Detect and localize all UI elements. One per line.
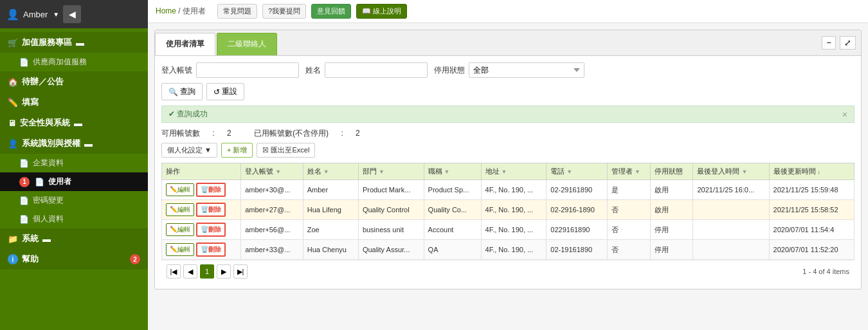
col-name: 姓名 ▼ xyxy=(303,163,358,180)
online-help-button[interactable]: 📖 線上說明 xyxy=(356,4,407,19)
sort-name-icon[interactable]: ▼ xyxy=(323,169,329,175)
folder-icon: 📁 xyxy=(8,234,18,244)
cell-is_manager: 否 xyxy=(607,240,650,260)
col-last-update-label: 最後更新時間 xyxy=(773,167,816,176)
tab-secondary-contact[interactable]: 二級聯絡人 xyxy=(217,33,277,55)
search-form: 登入帳號 姓名 停用狀態 全部 啟用 停用 xyxy=(161,62,854,78)
tab-secondary-contact-label: 二級聯絡人 xyxy=(228,39,266,48)
doc-icon-3: 📄 xyxy=(35,178,44,187)
sidebar-item-system[interactable]: 📁 系統 ▬ xyxy=(0,228,148,249)
delete-button[interactable]: 🗑️刪除 xyxy=(196,203,226,217)
sidebar-inquiry-label: 填寫 xyxy=(22,96,39,108)
col-phone: 電話 ▼ xyxy=(547,163,608,180)
sidebar-system-label: 系統 xyxy=(22,233,39,244)
export-label: 匯出至Excel xyxy=(271,145,309,155)
data-table: 操作 登入帳號 ▼ 姓名 xyxy=(161,163,854,260)
edit-button[interactable]: ✏️編輯 xyxy=(166,243,194,256)
sort-last-update-icon[interactable]: ↓ xyxy=(818,169,821,175)
sidebar-item-personal-info[interactable]: 📄 個人資料 xyxy=(0,210,148,228)
sort-dept-icon[interactable]: ▼ xyxy=(379,169,384,175)
cell-last_update: 2021/11/25 15:59:48 xyxy=(769,180,854,200)
last-page-button[interactable]: ▶| xyxy=(233,264,248,279)
col-status: 停用狀態 xyxy=(651,163,693,180)
used-label: 已用帳號數(不含停用) xyxy=(254,129,329,138)
faq-button[interactable]: 常見問題 xyxy=(217,4,257,19)
sort-address-icon[interactable]: ▼ xyxy=(502,169,507,175)
breadcrumb-home[interactable]: Home xyxy=(156,6,176,15)
status-select[interactable]: 全部 啟用 停用 xyxy=(469,62,584,78)
online-help-icon: 📖 xyxy=(362,7,371,15)
cell-title: Product Sp... xyxy=(424,180,481,200)
edit-button[interactable]: ✏️編輯 xyxy=(166,223,194,236)
cell-full_name: Amber xyxy=(303,180,358,200)
next-page-button[interactable]: ▶ xyxy=(217,264,231,279)
sidebar-item-supplier-services[interactable]: 📄 供應商加值服務 xyxy=(0,53,148,71)
cell-department: Quality Control xyxy=(358,200,424,220)
ask-label: ?我要提問 xyxy=(268,7,300,15)
cell-last_login: 2021/11/25 16:0... xyxy=(693,180,769,200)
cell-login_account: amber+33@... xyxy=(241,240,303,260)
sidebar-pending-label: 待辦／公告 xyxy=(22,76,64,87)
sidebar-header: 👤 Amber ▼ ◀ xyxy=(0,0,148,28)
first-page-button[interactable]: |◀ xyxy=(167,264,181,279)
feedback-button[interactable]: 意見回饋 xyxy=(311,4,351,19)
fullname-input[interactable] xyxy=(325,62,428,78)
sidebar-item-inquiry[interactable]: ✏️ 填寫 xyxy=(0,92,148,113)
edit-button[interactable]: ✏️編輯 xyxy=(166,203,194,216)
sidebar-item-help[interactable]: i 幫助 2 xyxy=(0,249,148,270)
col-phone-label: 電話 xyxy=(550,167,565,176)
table-container: 操作 登入帳號 ▼ 姓名 xyxy=(161,163,854,260)
minimize-button[interactable]: − xyxy=(822,36,836,50)
sidebar-item-password-change[interactable]: 📄 密碼變更 xyxy=(0,191,148,210)
action-cell: ✏️編輯🗑️刪除 xyxy=(162,200,241,220)
sidebar-user-dropdown-icon[interactable]: ▼ xyxy=(53,11,59,18)
fullname-group: 姓名 xyxy=(305,62,428,78)
tab-user-list[interactable]: 使用者清單 xyxy=(155,33,215,55)
sort-last-login-icon[interactable]: ▼ xyxy=(741,169,747,175)
col-last-update: 最後更新時間 ↓ xyxy=(769,163,854,180)
col-last-login-label: 最後登入時間 xyxy=(697,167,739,176)
sidebar-item-system-id[interactable]: 👤 系統識別與授權 ▬ xyxy=(0,133,148,154)
collapse-icon-3: ▬ xyxy=(84,139,93,149)
cell-department: business unit xyxy=(358,220,424,240)
sidebar-item-company-info[interactable]: 📄 企業資料 xyxy=(0,154,148,172)
close-success-button[interactable]: × xyxy=(842,109,847,120)
cell-last_login xyxy=(693,240,769,260)
help-badge: 2 xyxy=(130,254,140,264)
search-btn-label: 查詢 xyxy=(180,86,195,97)
sidebar-system-id-label: 系統識別與授權 xyxy=(22,138,80,149)
sort-login-icon[interactable]: ▼ xyxy=(275,169,281,175)
delete-button[interactable]: 🗑️刪除 xyxy=(196,183,226,197)
main-content: Home / 使用者 常見問題 ?我要提問 意見回饋 📖 線上說明 使用者清單 xyxy=(148,0,868,330)
settings-button[interactable]: 個人化設定 ▼ xyxy=(161,143,217,158)
reset-button[interactable]: ↺ 重設 xyxy=(206,83,244,100)
sidebar-back-button[interactable]: ◀ xyxy=(63,5,81,23)
cell-last_login xyxy=(693,220,769,240)
sidebar-item-pending[interactable]: 🏠 待辦／公告 xyxy=(0,71,148,92)
sort-title-icon[interactable]: ▼ xyxy=(444,169,450,175)
search-button[interactable]: 🔍 查詢 xyxy=(161,83,203,100)
ask-button[interactable]: ?我要提問 xyxy=(262,4,306,19)
sort-phone-icon[interactable]: ▼ xyxy=(566,169,572,175)
add-button[interactable]: + 新增 xyxy=(221,143,253,158)
login-account-input[interactable] xyxy=(196,62,299,78)
cell-last_login xyxy=(693,200,769,220)
delete-button[interactable]: 🗑️刪除 xyxy=(196,243,226,257)
delete-button[interactable]: 🗑️刪除 xyxy=(196,223,226,237)
action-cell: ✏️編輯🗑️刪除 xyxy=(162,240,241,260)
sort-manager-icon[interactable]: ▼ xyxy=(635,169,640,175)
cell-full_name: Hua Lifeng xyxy=(303,200,358,220)
table-toolbar: 個人化設定 ▼ + 新增 ☒ 匯出至Excel xyxy=(161,143,854,158)
sidebar-item-security[interactable]: 🖥 安全性與系統 ▬ xyxy=(0,113,148,133)
edit-button[interactable]: ✏️編輯 xyxy=(166,183,194,196)
col-dept: 部門 ▼ xyxy=(358,163,424,180)
prev-page-button[interactable]: ◀ xyxy=(183,264,197,279)
table-header: 操作 登入帳號 ▼ 姓名 xyxy=(162,163,854,180)
page-1-button[interactable]: 1 xyxy=(200,264,214,279)
export-button[interactable]: ☒ 匯出至Excel xyxy=(257,143,315,158)
maximize-button[interactable]: ⤢ xyxy=(840,36,856,50)
sidebar-item-value-added[interactable]: 🛒 加值服務專區 ▬ xyxy=(0,32,148,53)
sidebar-security-label: 安全性與系統 xyxy=(20,117,70,129)
sidebar-item-users[interactable]: 1 📄 使用者 xyxy=(0,172,148,191)
col-manager: 管理者 ▼ xyxy=(607,163,650,180)
